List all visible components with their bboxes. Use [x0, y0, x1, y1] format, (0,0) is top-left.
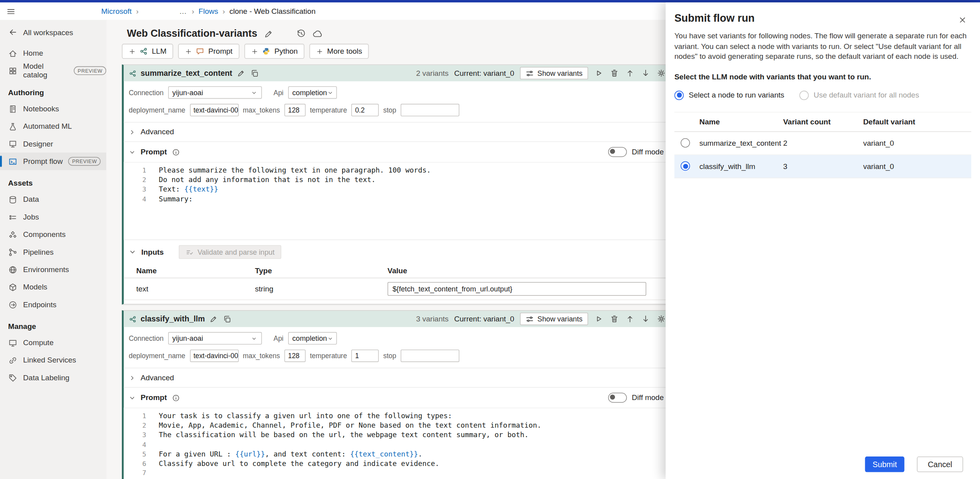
- code-line[interactable]: 7: [124, 468, 671, 478]
- edit-title-icon[interactable]: [264, 29, 274, 39]
- sidebar-item-automated-ml[interactable]: Automated ML: [0, 118, 106, 135]
- param-max-tokens-input[interactable]: 128: [284, 104, 305, 116]
- param-deployment-name-input[interactable]: text-davinci-00:: [190, 104, 239, 116]
- delete-node-icon[interactable]: [609, 314, 619, 324]
- radio-unselected-icon[interactable]: [799, 90, 809, 100]
- param-stop-input[interactable]: [401, 104, 459, 116]
- param-temperature-input[interactable]: 0.2: [351, 104, 379, 116]
- sidebar-item-designer[interactable]: Designer: [0, 135, 106, 152]
- connection-dropdown[interactable]: yijun-aoai: [168, 332, 262, 345]
- api-dropdown[interactable]: completion: [288, 86, 337, 99]
- prompt-code-editor[interactable]: 1Your task is to classify a given url in…: [124, 408, 671, 479]
- input-value-field[interactable]: ${fetch_text_content_from_url.output}: [388, 282, 646, 296]
- code-line[interactable]: 2Movie, App, Academic, Channel, Profile,…: [124, 421, 671, 430]
- sidebar-item-environments[interactable]: Environments: [0, 261, 106, 278]
- submit-button[interactable]: Submit: [865, 456, 905, 472]
- run-node-icon[interactable]: [594, 314, 603, 324]
- chevron-down-icon[interactable]: [129, 248, 136, 256]
- sidebar-item-notebooks[interactable]: Notebooks: [0, 100, 106, 117]
- radio-selected-icon[interactable]: [680, 162, 690, 171]
- code-line[interactable]: 3Text: {{text}}: [124, 185, 671, 194]
- sidebar-item-home[interactable]: Home: [0, 44, 106, 62]
- move-down-icon[interactable]: [641, 314, 650, 324]
- copy-node-icon[interactable]: [222, 314, 232, 324]
- delete-node-icon[interactable]: [609, 68, 619, 78]
- code-line[interactable]: 5For a given URL : {{url}}, and text con…: [124, 449, 671, 459]
- sidebar-item-endpoints[interactable]: Endpoints: [0, 296, 106, 313]
- variant-row-classify-with-llm[interactable]: classify_with_llm 3 variant_0: [675, 155, 971, 178]
- run-node-icon[interactable]: [594, 68, 603, 78]
- add-llm-button[interactable]: LLM: [122, 44, 173, 59]
- chevron-down-icon[interactable]: [129, 394, 135, 401]
- breadcrumb-item-overflow[interactable]: …: [179, 7, 187, 15]
- cloud-upload-icon[interactable]: [312, 29, 322, 39]
- show-variants-button[interactable]: Show variants: [520, 67, 588, 79]
- move-up-icon[interactable]: [625, 314, 635, 324]
- sidebar-item-prompt-flow[interactable]: Prompt flow PREVIEW: [0, 152, 106, 170]
- code-line[interactable]: 4: [124, 440, 671, 449]
- param-stop-input[interactable]: [401, 349, 459, 362]
- api-dropdown[interactable]: completion: [288, 332, 337, 345]
- param-max-tokens-input[interactable]: 128: [284, 349, 305, 362]
- radio-selected-icon[interactable]: [675, 90, 684, 100]
- node-settings-icon[interactable]: [656, 68, 666, 78]
- param-temperature-input[interactable]: 1: [351, 349, 379, 362]
- validate-parse-button[interactable]: Validate and parse input: [179, 245, 281, 259]
- radio-use-default-option[interactable]: Use default variant for all nodes: [799, 90, 919, 100]
- connection-dropdown[interactable]: yijun-aoai: [168, 86, 262, 99]
- sidebar-item-pipelines[interactable]: Pipelines: [0, 243, 106, 261]
- code-line[interactable]: 1Your task is to classify a given url in…: [124, 411, 671, 421]
- code-line[interactable]: 2Do not add any information that is not …: [124, 175, 671, 185]
- advanced-section-toggle[interactable]: Advanced: [124, 122, 671, 141]
- code-line[interactable]: 6Classify above url to complete the cate…: [124, 459, 671, 468]
- show-variants-button[interactable]: Show variants: [520, 313, 588, 325]
- code-line[interactable]: 3The classification will be based on the…: [124, 430, 671, 440]
- diff-mode-toggle[interactable]: [608, 147, 627, 157]
- breadcrumb-item-flows[interactable]: Flows: [199, 7, 218, 15]
- tool-button-label: LLM: [152, 47, 167, 56]
- code-line[interactable]: 4Summary:: [124, 194, 671, 204]
- code-text: Movie, App, Academic, Channel, Profile, …: [159, 421, 541, 430]
- code-text: Please summarize the following text in o…: [159, 166, 431, 175]
- prompt-code-editor[interactable]: 1Please summarize the following text in …: [124, 162, 671, 239]
- sidebar-back-all-workspaces[interactable]: All workspaces: [0, 20, 106, 45]
- sidebar-item-data-labeling[interactable]: Data Labeling: [0, 369, 106, 386]
- hamburger-menu-icon[interactable]: [6, 7, 16, 16]
- sidebar-item-model-catalog[interactable]: Model catalog PREVIEW: [0, 62, 106, 79]
- param-deployment-name-input[interactable]: text-davinci-00:: [190, 349, 239, 362]
- sidebar-item-data[interactable]: Data: [0, 191, 106, 208]
- move-up-icon[interactable]: [625, 68, 635, 78]
- move-down-icon[interactable]: [641, 68, 650, 78]
- radio-unselected-icon[interactable]: [680, 138, 690, 148]
- sidebar-item-linked-services[interactable]: Linked Services: [0, 351, 106, 369]
- sidebar-item-components[interactable]: Components: [0, 226, 106, 243]
- node-card-header[interactable]: classify_with_llm 3 variants Current: va…: [124, 311, 671, 327]
- code-text: Your task is to classify a given url int…: [159, 411, 452, 421]
- node-card-header[interactable]: summarize_text_content 2 variants Curren…: [124, 65, 671, 81]
- edit-node-name-icon[interactable]: [209, 314, 219, 324]
- edit-node-name-icon[interactable]: [236, 68, 246, 78]
- tool-button-label: Python: [274, 47, 298, 56]
- database-icon: [8, 195, 18, 204]
- copy-node-icon[interactable]: [250, 68, 260, 78]
- breadcrumb-separator: ›: [223, 7, 225, 15]
- variant-row-summarize-text-content[interactable]: summarize_text_content 2 variant_0: [675, 131, 971, 155]
- sidebar-item-jobs[interactable]: Jobs: [0, 208, 106, 225]
- add-python-button[interactable]: Python: [244, 44, 305, 59]
- chevron-down-icon[interactable]: [129, 148, 135, 155]
- sidebar-item-models[interactable]: Models: [0, 278, 106, 296]
- radio-select-node-option[interactable]: Select a node to run variants: [675, 90, 784, 100]
- prompt-label: Prompt: [141, 393, 167, 402]
- add-prompt-button[interactable]: Prompt: [178, 44, 240, 59]
- close-icon[interactable]: [956, 14, 969, 26]
- sidebar-item-compute[interactable]: Compute: [0, 334, 106, 351]
- breadcrumb-separator: ›: [192, 7, 194, 15]
- breadcrumb-item-microsoft[interactable]: Microsoft: [101, 7, 132, 15]
- node-settings-icon[interactable]: [656, 314, 666, 324]
- diff-mode-toggle[interactable]: [608, 393, 627, 402]
- cancel-button[interactable]: Cancel: [917, 456, 963, 472]
- code-line[interactable]: 1Please summarize the following text in …: [124, 166, 671, 175]
- history-icon[interactable]: [296, 29, 306, 39]
- advanced-section-toggle[interactable]: Advanced: [124, 368, 671, 387]
- add-more-tools-button[interactable]: More tools: [309, 44, 369, 59]
